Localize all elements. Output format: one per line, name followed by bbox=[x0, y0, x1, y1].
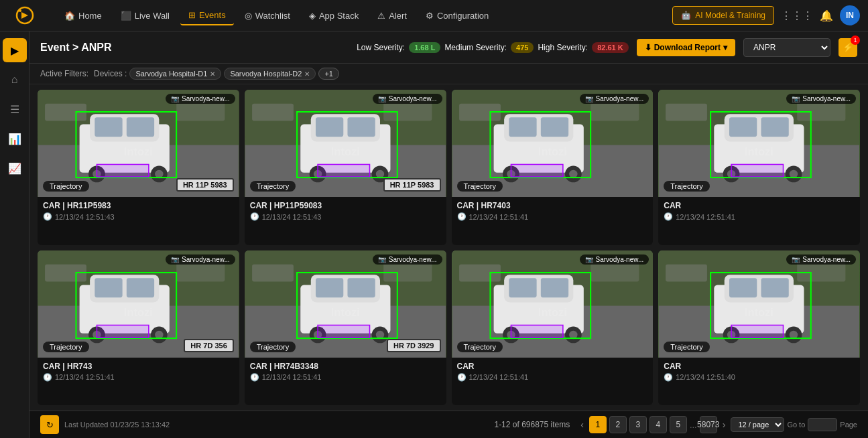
svg-rect-69 bbox=[95, 278, 122, 297]
chip-1-close-icon[interactable]: ✕ bbox=[210, 70, 215, 78]
event-card[interactable]: Intozi 📷 Sarvodya-new... Trajectory HR 7… bbox=[38, 250, 239, 406]
nav-home[interactable]: 🏠 Home bbox=[56, 7, 110, 25]
nav-alert[interactable]: ⚠ Alert bbox=[369, 7, 415, 25]
page-btn-2[interactable]: 2 bbox=[609, 416, 627, 433]
trajectory-button[interactable]: Trajectory bbox=[250, 181, 296, 192]
header-right: Low Severity: 1.68 L Medium Severity: 47… bbox=[357, 38, 857, 57]
active-filters-bar: Active Filters: Devices : Sarvodya Hospi… bbox=[29, 64, 868, 84]
severity-group: Low Severity: 1.68 L Medium Severity: 47… bbox=[357, 42, 629, 53]
page-btn-1[interactable]: 1 bbox=[589, 416, 607, 433]
trajectory-button[interactable]: Trajectory bbox=[457, 342, 503, 352]
nav-appstack[interactable]: ◈ App Stack bbox=[301, 7, 367, 25]
filter-button[interactable]: ⚡ 1 bbox=[839, 38, 857, 57]
svg-text:Intozi: Intozi bbox=[331, 145, 360, 157]
grid-menu-icon[interactable]: ⋮⋮⋮ bbox=[781, 9, 813, 22]
page-btn-last[interactable]: 58073 bbox=[700, 416, 717, 433]
svg-rect-10 bbox=[127, 117, 154, 137]
nav-events[interactable]: ⊞ Events bbox=[180, 6, 234, 25]
trajectory-button[interactable]: Trajectory bbox=[664, 342, 710, 352]
svg-rect-61 bbox=[731, 164, 783, 177]
plate-number: HR 7D 3929 bbox=[387, 339, 441, 352]
clock-icon: 🕐 bbox=[457, 373, 467, 382]
watchlist-icon: ◎ bbox=[245, 11, 252, 21]
sidebar-icon-stats[interactable]: 📈 bbox=[3, 156, 27, 180]
plate-number: HR 7D 356 bbox=[184, 339, 233, 352]
notification-icon[interactable]: 🔔 bbox=[820, 9, 833, 22]
clock-icon: 🕐 bbox=[664, 373, 673, 382]
user-avatar[interactable]: IN bbox=[840, 5, 860, 25]
devices-label: Devices : bbox=[94, 69, 127, 78]
trajectory-button[interactable]: Trajectory bbox=[43, 181, 89, 192]
trajectory-button[interactable]: Trajectory bbox=[43, 342, 89, 352]
page-title: Event > ANPR bbox=[40, 42, 112, 54]
sidebar-icon-list[interactable]: ☰ bbox=[3, 97, 27, 121]
card-info: CAR 🕐 12/13/24 12:51:40 bbox=[658, 358, 860, 386]
event-type-select[interactable]: ANPR bbox=[743, 38, 830, 57]
card-title: CAR bbox=[664, 362, 855, 371]
low-severity-badge: 1.68 L bbox=[409, 42, 440, 53]
svg-text:Intozi: Intozi bbox=[124, 145, 153, 157]
event-card[interactable]: Intozi 📷 Sarvodya-new... Trajectory HR 1… bbox=[38, 90, 239, 245]
event-card[interactable]: Intozi 📷 Sarvodya-new... Trajectory HR 7… bbox=[245, 250, 446, 406]
filter-chip-2[interactable]: Sarvodya Hospital-D2 ✕ bbox=[224, 68, 316, 80]
card-image: Intozi 📷 Sarvodya-new... Trajectory bbox=[658, 90, 860, 197]
home-icon: 🏠 bbox=[64, 11, 75, 21]
trajectory-button[interactable]: Trajectory bbox=[457, 181, 503, 192]
high-severity-label: High Severity: bbox=[538, 43, 588, 52]
svg-rect-16 bbox=[97, 164, 148, 177]
clock-icon: 🕐 bbox=[664, 212, 673, 221]
ai-model-button[interactable]: 🤖 AI Model & Training bbox=[672, 6, 774, 25]
page-btn-3[interactable]: 3 bbox=[629, 416, 647, 433]
clock-icon: 🕐 bbox=[250, 373, 259, 382]
per-page-select[interactable]: 12 / page bbox=[731, 417, 784, 432]
nav-configuration[interactable]: ⚙ Configuration bbox=[418, 7, 497, 25]
camera-label: 📷 Sarvodya-new... bbox=[373, 254, 442, 265]
filter-chip-more[interactable]: +1 bbox=[318, 68, 339, 80]
chip-2-close-icon[interactable]: ✕ bbox=[304, 70, 310, 78]
card-title: CAR | HP11P59083 bbox=[250, 201, 441, 210]
event-card[interactable]: Intozi 📷 Sarvodya-new... Trajectory CAR … bbox=[452, 90, 654, 245]
dropdown-arrow-icon: ▾ bbox=[723, 43, 727, 52]
active-filters-label: Active Filters: bbox=[40, 69, 88, 78]
camera-icon: 📷 bbox=[378, 95, 386, 102]
svg-rect-20 bbox=[252, 104, 294, 121]
trajectory-button[interactable]: Trajectory bbox=[250, 342, 296, 352]
sidebar-icon-chart[interactable]: 📊 bbox=[3, 127, 27, 151]
event-card[interactable]: Intozi 📷 Sarvodya-new... Trajectory CAR … bbox=[658, 90, 860, 245]
clock-icon: 🕐 bbox=[43, 212, 52, 221]
svg-text:Intozi: Intozi bbox=[331, 306, 360, 318]
event-card[interactable]: Intozi 📷 Sarvodya-new... Trajectory HR 1… bbox=[245, 90, 446, 245]
ai-icon: 🤖 bbox=[681, 11, 691, 20]
event-card[interactable]: Intozi 📷 Sarvodya-new... Trajectory CAR … bbox=[658, 250, 860, 406]
sidebar-icon-home[interactable]: ⌂ bbox=[3, 68, 27, 92]
plate-number: HR 11P 5983 bbox=[383, 178, 441, 192]
card-title: CAR | HR74B3348 bbox=[250, 362, 441, 371]
svg-rect-46 bbox=[511, 164, 562, 177]
svg-rect-84 bbox=[316, 278, 343, 297]
camera-icon: 📷 bbox=[378, 256, 386, 263]
svg-rect-31 bbox=[318, 164, 369, 177]
card-info: CAR | HP11P59083 🕐 12/13/24 12:51:43 bbox=[245, 197, 446, 225]
svg-text:Intozi: Intozi bbox=[124, 306, 153, 318]
prev-page-button[interactable]: ‹ bbox=[578, 418, 586, 431]
card-image: Intozi 📷 Sarvodya-new... Trajectory HR 7… bbox=[38, 250, 239, 358]
clock-icon: 🕐 bbox=[43, 373, 52, 382]
nav-watchlist[interactable]: ◎ Watchlist bbox=[237, 7, 298, 25]
camera-icon: 📷 bbox=[792, 256, 800, 263]
page-btn-4[interactable]: 4 bbox=[649, 416, 667, 433]
svg-text:Intozi: Intozi bbox=[745, 145, 773, 157]
card-title: CAR bbox=[664, 201, 855, 210]
trajectory-button[interactable]: Trajectory bbox=[664, 181, 710, 192]
download-report-button[interactable]: ⬇ Download Report ▾ bbox=[637, 39, 735, 56]
nav-livewall[interactable]: ⬛ Live Wall bbox=[113, 7, 178, 25]
card-title: CAR | HR11P5983 bbox=[43, 201, 234, 210]
goto-input[interactable] bbox=[808, 418, 837, 431]
page-btn-5[interactable]: 5 bbox=[670, 416, 687, 433]
filter-chip-1[interactable]: Sarvodya Hospital-D1 ✕ bbox=[129, 68, 221, 80]
sidebar-icon-play[interactable]: ▶ bbox=[3, 38, 27, 62]
svg-rect-100 bbox=[540, 278, 568, 297]
refresh-button[interactable]: ↻ bbox=[40, 415, 59, 434]
camera-label: 📷 Sarvodya-new... bbox=[580, 94, 649, 104]
next-page-button[interactable]: › bbox=[720, 418, 729, 431]
event-card[interactable]: Intozi 📷 Sarvodya-new... Trajectory CAR … bbox=[452, 250, 654, 406]
